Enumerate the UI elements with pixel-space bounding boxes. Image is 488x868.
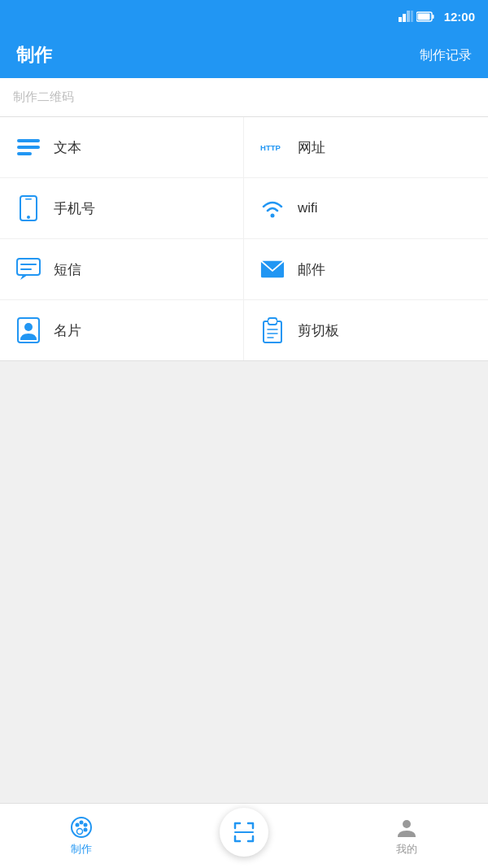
- svg-point-30: [84, 822, 88, 827]
- history-button[interactable]: 制作记录: [420, 47, 472, 64]
- svg-point-13: [27, 216, 30, 219]
- palette-icon: [70, 816, 93, 839]
- svg-rect-8: [17, 146, 40, 149]
- bottom-nav: 制作 我的: [0, 803, 488, 868]
- svg-marker-2: [407, 11, 410, 22]
- svg-marker-1: [403, 14, 406, 22]
- http-icon: HTTP: [260, 135, 285, 159]
- sms-icon: [16, 257, 41, 281]
- svg-rect-7: [17, 139, 40, 142]
- svg-point-31: [84, 827, 88, 831]
- app-title: 制作: [16, 43, 52, 68]
- email-icon: [260, 257, 285, 281]
- status-time: 12:00: [444, 10, 475, 24]
- svg-point-29: [80, 820, 84, 824]
- nav-create-label: 制作: [71, 842, 92, 857]
- status-icons: [399, 11, 434, 22]
- grid-item-url[interactable]: HTTP 网址: [244, 117, 488, 178]
- nav-item-mine[interactable]: 我的: [325, 816, 488, 857]
- nav-item-create[interactable]: 制作: [0, 816, 163, 857]
- person-icon: [395, 816, 418, 839]
- wifi-icon: [260, 196, 285, 220]
- grid-item-sms[interactable]: 短信: [0, 239, 244, 300]
- text-label: 文本: [54, 138, 81, 157]
- grid-menu: 文本 HTTP 网址 手机号: [0, 117, 488, 361]
- svg-marker-0: [399, 17, 402, 22]
- top-bar: 制作 制作记录: [0, 33, 488, 78]
- phone-label: 手机号: [54, 199, 95, 218]
- svg-point-14: [271, 214, 275, 218]
- svg-rect-12: [25, 198, 32, 200]
- clipboard-icon: [260, 318, 285, 342]
- grid-item-text[interactable]: 文本: [0, 117, 244, 178]
- scan-button[interactable]: [220, 808, 268, 857]
- svg-rect-5: [432, 15, 434, 19]
- svg-rect-15: [17, 259, 40, 275]
- content-area: [0, 361, 488, 803]
- phone-icon: [16, 196, 41, 220]
- svg-rect-6: [417, 13, 429, 20]
- signal-icon: [399, 11, 413, 22]
- svg-point-20: [24, 323, 33, 331]
- svg-point-34: [403, 820, 411, 828]
- grid-item-vcard[interactable]: 名片: [0, 300, 244, 360]
- svg-point-28: [76, 822, 80, 827]
- scan-icon: [232, 820, 256, 844]
- nav-item-scan[interactable]: [163, 808, 325, 865]
- url-label: 网址: [298, 138, 325, 157]
- email-label: 邮件: [298, 260, 325, 279]
- svg-text:HTTP: HTTP: [260, 143, 281, 152]
- svg-marker-3: [411, 11, 413, 22]
- text-icon: [16, 135, 41, 159]
- grid-item-email[interactable]: 邮件: [244, 239, 488, 300]
- wifi-label: wifi: [298, 200, 318, 216]
- search-placeholder: 制作二维码: [13, 89, 74, 105]
- vcard-icon: [16, 318, 41, 342]
- grid-item-phone[interactable]: 手机号: [0, 178, 244, 239]
- clipboard-label: 剪切板: [298, 321, 339, 340]
- svg-point-32: [77, 828, 83, 834]
- search-bar[interactable]: 制作二维码: [0, 78, 488, 117]
- nav-mine-label: 我的: [396, 842, 417, 857]
- grid-item-clipboard[interactable]: 剪切板: [244, 300, 488, 360]
- vcard-label: 名片: [54, 321, 81, 340]
- svg-rect-9: [17, 152, 32, 155]
- status-bar: 12:00: [0, 0, 488, 33]
- svg-rect-23: [268, 320, 277, 323]
- sms-label: 短信: [54, 260, 81, 279]
- battery-icon: [416, 11, 434, 22]
- grid-item-wifi[interactable]: wifi: [244, 178, 488, 239]
